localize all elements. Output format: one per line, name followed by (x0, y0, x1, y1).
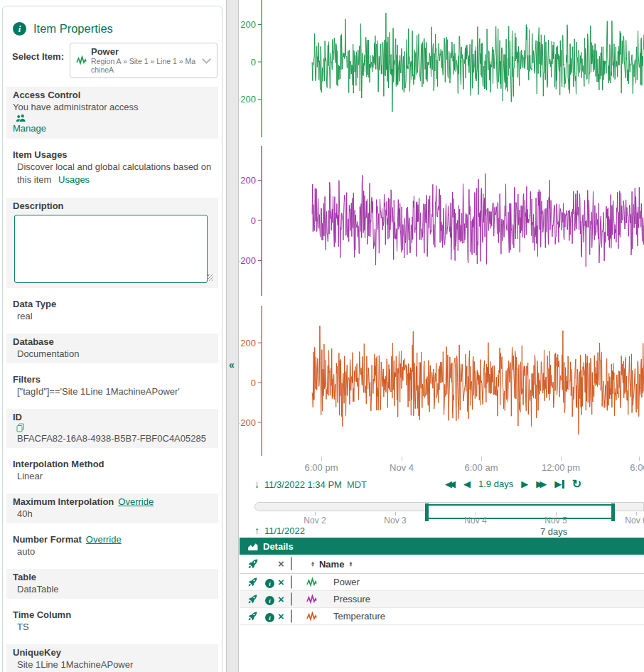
item-properties-panel: i Item Properties Select Item: Power Reg… (0, 0, 225, 672)
scrubber-left-handle[interactable] (425, 503, 429, 521)
trend-view: 2000-2002000-2002000-200 6:00 pmNov 46:0… (240, 0, 644, 672)
scrubber-right-handle[interactable] (611, 503, 615, 521)
item-info-icon[interactable]: i (265, 613, 274, 622)
property-label: Filters (13, 373, 212, 385)
display-range-start-label: 11/3/2022 1:34 PM (264, 479, 342, 490)
scrubber-track[interactable] (254, 502, 644, 511)
rocket-icon[interactable] (248, 577, 257, 587)
item-name[interactable]: Power (333, 577, 360, 587)
name-column-header[interactable]: Name (319, 559, 344, 570)
property-label: Data Type (13, 298, 212, 310)
scrubber-selection[interactable] (426, 504, 613, 519)
property-section: IDBFACFA82-16A8-4938-B5B7-FBF0C4A05285 (6, 409, 218, 448)
access-control-label: Access Control (13, 89, 212, 101)
property-section: Filters["tagId"]=='Site 1Line 1MachineAP… (6, 371, 218, 401)
refresh-button[interactable]: ↻ (572, 477, 581, 491)
y-axis-tick-label: 0 (251, 378, 256, 388)
y-axis-tick-label: 200 (240, 338, 256, 348)
property-label-text: Time Column (13, 609, 71, 620)
description-section: Description (6, 198, 218, 288)
signal-color-icon (306, 612, 317, 622)
property-label: Table (13, 571, 212, 583)
item-usages-label: Item Usages (13, 149, 212, 161)
details-row-power[interactable]: i×Power (240, 574, 644, 591)
textarea-resize-handle[interactable] (207, 274, 213, 281)
investigate-range-start[interactable]: ↑ 11/1/2022 (254, 525, 305, 536)
select-all-checkbox[interactable] (291, 557, 292, 570)
item-name[interactable]: Temperature (333, 611, 385, 622)
y-axis-tick-label: -200 (240, 255, 256, 266)
property-section: TableDataTable (6, 569, 218, 599)
item-info-icon[interactable]: i (265, 596, 274, 605)
scrubber-tick-label: Nov 6 (625, 516, 644, 526)
step-forward-fast-button[interactable]: ▶▶ (536, 479, 547, 489)
display-range-start[interactable]: ↓ 11/3/2022 1:34 PM MDT (254, 479, 367, 490)
copy-icon[interactable] (16, 423, 25, 432)
row-checkbox[interactable] (291, 609, 292, 623)
y-axis-tick-label: 0 (251, 57, 256, 68)
description-input[interactable] (14, 215, 208, 283)
scrubber-tick-label: Nov 3 (384, 516, 406, 526)
row-checkbox[interactable] (291, 575, 292, 589)
x-axis-tick-label: Nov 4 (390, 462, 414, 473)
collapse-panel-icon[interactable]: « (229, 359, 235, 370)
override-link[interactable]: Override (86, 534, 122, 545)
access-control-text: You have administrator access (13, 102, 139, 112)
property-value: real (13, 310, 212, 322)
x-axis-tick (402, 457, 402, 461)
manage-link[interactable]: Manage (13, 123, 46, 134)
details-row-temperature[interactable]: i×Temperature (240, 608, 644, 625)
description-label: Description (13, 200, 212, 212)
item-select-dropdown[interactable]: Power Region A » Site 1 » Line 1 » Machi… (70, 43, 218, 78)
select-item-label: Select Item: (12, 43, 64, 62)
details-row-pressure[interactable]: i×Pressure (240, 591, 644, 608)
remove-item-icon[interactable]: × (278, 612, 291, 621)
area-chart-icon (248, 542, 258, 551)
chart-lane-pressure[interactable]: 2000-200 (240, 146, 644, 296)
details-table-header: × ▲▼ Name ▲▼ (240, 555, 644, 574)
step-back-button[interactable]: ◀ (463, 479, 471, 489)
seeq-workbench: i Item Properties Select Item: Power Reg… (0, 0, 644, 672)
details-panel: Details × ▲▼ Name ▲▼ i×Poweri×Pressurei×… (240, 538, 644, 672)
chart-lane-power[interactable]: 2000-200 (240, 0, 644, 137)
item-name[interactable]: Pressure (333, 594, 370, 604)
property-section: Number FormatOverrideauto (6, 531, 218, 561)
page-title: Item Properties (33, 22, 113, 36)
row-checkbox[interactable] (291, 592, 292, 606)
sort-name-icon[interactable]: ▲▼ (348, 561, 353, 567)
x-axis-tick (481, 457, 482, 461)
item-info-icon[interactable]: i (265, 579, 274, 588)
rocket-icon[interactable] (248, 612, 257, 621)
details-header-bar: Details (240, 538, 644, 555)
panel-splitter[interactable]: « (226, 0, 239, 672)
x-axis-tick (639, 457, 640, 461)
rocket-icon[interactable] (248, 559, 258, 569)
y-axis-tick-label: 0 (251, 215, 256, 226)
item-usages-section: Item Usages Discover local and global ca… (6, 146, 218, 190)
x-axis-tick (561, 457, 562, 461)
remove-item-icon[interactable]: × (278, 578, 291, 587)
usages-link[interactable]: Usages (58, 174, 90, 185)
total-duration-label: 7 days (540, 526, 567, 537)
range-duration: 1.9 days (478, 479, 513, 489)
x-axis-tick (321, 457, 322, 461)
range-nav-buttons: ◀◀◀1.9 days▶▶▶▶↻ (445, 477, 581, 491)
override-link[interactable]: Override (118, 496, 154, 507)
step-forward-button[interactable]: ▶ (521, 479, 528, 489)
x-axis-tick-label: 6:00 (630, 462, 644, 473)
series-line-power (312, 13, 644, 112)
property-label: Time Column (13, 609, 212, 621)
step-back-fast-button[interactable]: ◀◀ (445, 479, 456, 489)
chevron-down-icon (202, 55, 211, 64)
property-label-text: UniqueKey (13, 647, 61, 658)
sort-icon[interactable]: ▲▼ (311, 561, 315, 567)
step-to-end-button[interactable]: ▶ (554, 479, 564, 489)
item-properties-card: i Item Properties Select Item: Power Reg… (2, 6, 222, 672)
remove-item-icon[interactable]: × (278, 595, 291, 604)
rocket-icon[interactable] (248, 594, 257, 604)
property-value: auto (13, 545, 212, 558)
series-line-pressure (312, 174, 644, 267)
chart-lane-temperature[interactable]: 2000-200 (240, 306, 644, 457)
remove-all-icon[interactable]: × (278, 560, 291, 568)
signal-color-icon (306, 577, 317, 587)
